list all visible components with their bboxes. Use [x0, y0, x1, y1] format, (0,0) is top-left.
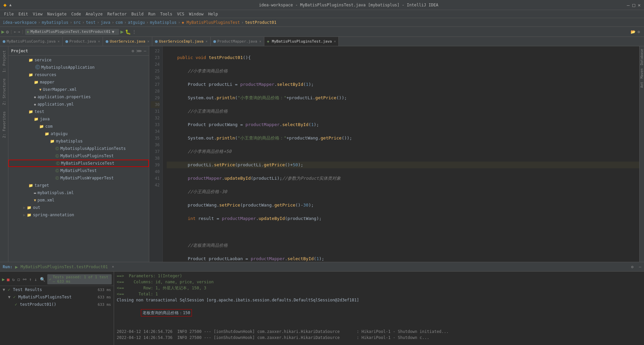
breadcrumb-com[interactable]: com — [115, 20, 123, 25]
menu-edit[interactable]: Edit — [16, 11, 30, 17]
tree-item-app-yml[interactable]: ◆ application.yml — [8, 101, 149, 108]
code-line-37: Product productLaoban = productMapper.se… — [167, 255, 639, 262]
tab-userserviceimpl[interactable]: UserServiceImpl.java × — [152, 37, 210, 46]
window-controls[interactable]: — □ ✕ — [627, 2, 641, 8]
tree-item-spring-annotation[interactable]: ▶ 📁 spring-annotation — [8, 211, 149, 219]
run-stop-btn[interactable]: ■ — [6, 276, 10, 283]
right-panel-ant[interactable]: Ant — [639, 80, 644, 89]
tree-collapse-icon[interactable]: ⋙ — [136, 49, 142, 53]
menu-navigate[interactable]: Navigate — [45, 11, 69, 17]
right-panel-maven[interactable]: Maven — [639, 67, 644, 80]
tree-item-servicetest[interactable]: Ⓒ MyBatisPlusServiceTest — [8, 160, 149, 167]
xml-icon-usermapper: ▼ — [39, 88, 42, 92]
toolbar-more[interactable]: ⋮ — [132, 30, 136, 34]
toolbar-debug[interactable]: 🐛 — [125, 29, 131, 35]
tree-item-mybatisplustest[interactable]: Ⓒ MyBatisPlusTest — [8, 167, 149, 174]
tree-item-com-folder[interactable]: 📁 com — [8, 123, 149, 130]
tree-item-iml[interactable]: ▬ mybatisplus.iml — [8, 189, 149, 196]
tree-item-apptest[interactable]: Ⓒ MybatisplusApplicationTests — [8, 145, 149, 152]
tree-item-service[interactable]: 📁 service — [8, 56, 149, 64]
run-search-btn[interactable]: 🔍 — [39, 276, 46, 283]
run-down-btn[interactable]: ↓ — [34, 276, 38, 283]
right-panel-database[interactable]: Database — [639, 48, 644, 66]
tree-item-pom[interactable]: ▼ pom.xml — [8, 196, 149, 204]
run-play-btn[interactable]: ▶ — [2, 277, 5, 282]
run-filter-btn[interactable]: ⚯ — [22, 276, 27, 283]
maximize-button[interactable]: □ — [632, 2, 635, 8]
test-result-suite[interactable]: ▼ ✓ MyBatisPlusPluginsTest 633 ms — [0, 293, 114, 301]
run-up-btn[interactable]: ↑ — [29, 276, 33, 283]
toolbar-run2[interactable]: ▶ — [120, 28, 124, 35]
minimize-button[interactable]: — — [627, 2, 630, 8]
run-close[interactable]: × — [112, 265, 114, 269]
tab-close-userserviceimpl[interactable]: × — [206, 40, 208, 43]
menu-build[interactable]: Build — [129, 11, 146, 17]
tree-item-mapper[interactable]: 📁 mapper — [8, 78, 149, 86]
toolbar-icon1[interactable]: 📂 — [631, 30, 636, 34]
tab-productmapper[interactable]: ProductMapper.java × — [211, 37, 264, 46]
breadcrumb-src[interactable]: src — [73, 20, 81, 25]
run-rerun-btn[interactable]: ↻ — [11, 276, 15, 283]
tree-settings-icon[interactable]: ⚙ — [132, 49, 134, 53]
tree-close-icon[interactable]: — — [144, 49, 146, 53]
folder-icon-target: 📁 — [29, 183, 33, 188]
run-minimize[interactable]: — — [639, 265, 641, 269]
tree-item-java-folder[interactable]: 📁 java — [8, 115, 149, 123]
menu-help[interactable]: Help — [206, 11, 220, 17]
test-result-method[interactable]: ✓ testProduct01() 633 ms — [0, 301, 114, 308]
tab-product[interactable]: Product.java × — [63, 37, 103, 46]
toolbar-forward[interactable]: → — [18, 30, 20, 34]
breadcrumb-mybatisplus[interactable]: mybatisplus — [42, 20, 68, 25]
left-tab-structure[interactable]: Z: Structure — [1, 76, 8, 108]
close-button[interactable]: ✕ — [638, 2, 641, 8]
tree-item-atguigu-folder[interactable]: 📁 atguigu — [8, 130, 149, 137]
toolbar-run-btn[interactable]: ▶ — [1, 28, 5, 35]
tree-item-pluginstest[interactable]: Ⓒ MyBatisPlusPluginsTest — [8, 152, 149, 160]
tree-content: 📁 service Ⓒ MybatisplusApplication 📁 res… — [8, 56, 149, 262]
left-tab-favorites[interactable]: 2: Favorites — [1, 109, 8, 140]
toolbar-icon2[interactable]: ⚙ — [638, 30, 640, 34]
menu-analyze[interactable]: Analyze — [84, 11, 105, 17]
menu-refactor[interactable]: Refactor — [105, 11, 129, 17]
menu-file[interactable]: File — [2, 11, 16, 17]
left-tab-project[interactable]: 1: Project — [1, 48, 8, 75]
breadcrumb-atguigu[interactable]: atguigu — [128, 20, 145, 25]
code-content: public void testProduct01(){ //小李查询商品价格 … — [163, 46, 639, 262]
menu-tools[interactable]: Tools — [158, 11, 174, 17]
toolbar-settings[interactable]: ⚙ — [6, 29, 9, 35]
tab-mybatisplusplugins-active[interactable]: ◆ MyBatisPlusPluginsTest.java × — [264, 37, 339, 46]
menu-code[interactable]: Code — [69, 11, 83, 17]
tree-item-mybatisplusapp[interactable]: Ⓒ MybatisplusApplication — [8, 64, 149, 71]
run-settings-icon[interactable]: ⚙ — [631, 265, 634, 269]
menu-run[interactable]: Run — [146, 11, 158, 17]
test-result-root[interactable]: ▼ ✓ Test Results 633 ms — [0, 286, 114, 293]
tab-close-active[interactable]: × — [334, 40, 336, 43]
toolbar-back[interactable]: ← — [14, 30, 16, 34]
breadcrumb-mybatisplus2[interactable]: mybatisplus — [150, 20, 176, 25]
run-config-selector[interactable]: ▶ MyBatisPlusPluginsTest.testProduct01 ▼ — [25, 29, 119, 35]
tree-item-app-properties[interactable]: ◆ application.properties — [8, 93, 149, 101]
breadcrumb-test-class[interactable]: ◆ MyBatisPlusPluginsTest — [182, 20, 240, 25]
breadcrumb-java[interactable]: java — [101, 20, 110, 25]
tab-close-userservice[interactable]: × — [147, 40, 149, 43]
tab-close-config[interactable]: × — [58, 40, 60, 43]
tree-item-test-folder[interactable]: 📁 test — [8, 108, 149, 115]
tab-close-product[interactable]: × — [98, 40, 100, 43]
tab-userservice[interactable]: UserService.java × — [103, 37, 152, 46]
breadcrumb-test[interactable]: test — [86, 20, 96, 25]
tab-mybatisplusconfig[interactable]: MyBatisPlusConfig.java × — [0, 37, 63, 46]
tree-item-out[interactable]: ▶ 📁 out — [8, 204, 149, 211]
tree-item-resources[interactable]: 📁 resources — [8, 71, 149, 78]
tree-item-wrappertest[interactable]: Ⓒ MyBatisPlusWrapperTest — [8, 174, 149, 182]
run-sort-btn[interactable]: ◻ — [17, 276, 21, 283]
breadcrumb-workspace[interactable]: idea-workspace — [3, 20, 37, 25]
breadcrumb-method[interactable]: testProduct01 — [245, 20, 276, 25]
tab-close-productmapper[interactable]: × — [259, 40, 261, 43]
tree-item-usermapper-xml[interactable]: ▼ UserMapper.xml — [8, 86, 149, 93]
menu-vcs[interactable]: VCS — [175, 11, 186, 17]
tree-item-mybatisplus-folder[interactable]: 📁 mybatisplus — [8, 137, 149, 145]
tree-item-target[interactable]: 📁 target — [8, 182, 149, 189]
menu-window[interactable]: Window — [187, 11, 205, 17]
folder-icon-out: 📁 — [27, 206, 32, 210]
menu-view[interactable]: View — [31, 11, 45, 17]
